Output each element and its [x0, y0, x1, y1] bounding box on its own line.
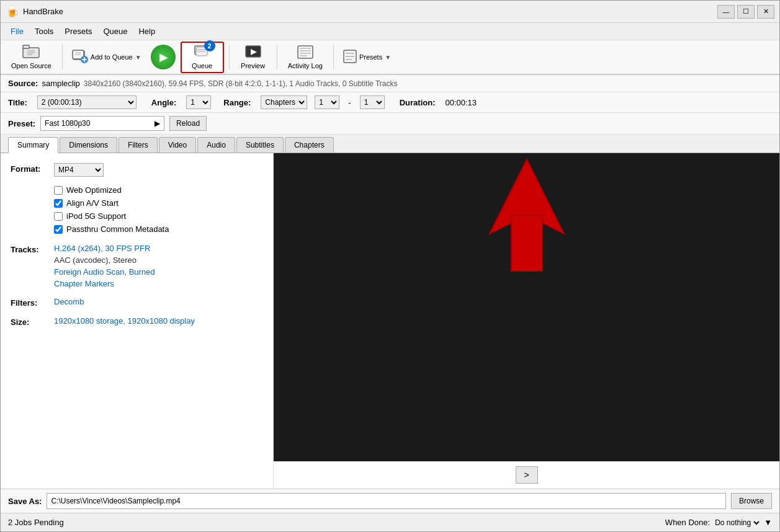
tab-audio[interactable]: Audio — [197, 137, 235, 153]
reload-button[interactable]: Reload — [169, 116, 207, 131]
app-title: HandBrake — [23, 7, 63, 16]
queue-button[interactable]: 2 Queue — [181, 42, 224, 73]
preset-value: Fast 1080p30 — [45, 119, 90, 128]
options-group: Web Optimized Align A/V Start iPod 5G Su… — [54, 185, 263, 234]
presets-button[interactable]: Presets ▼ — [339, 47, 395, 68]
add-to-queue-button[interactable]: Add to Queue ▼ — [68, 47, 146, 68]
track-chapters[interactable]: Chapter Markers — [54, 279, 263, 288]
source-label: Source: — [8, 79, 38, 88]
tab-video[interactable]: Video — [159, 137, 196, 153]
app-icon: 🍺 — [6, 5, 19, 19]
passthru-metadata-checkbox[interactable]: Passthru Common Metadata — [54, 224, 263, 234]
duration-value: 00:00:13 — [445, 98, 477, 107]
filters-row: Filters: Decomb — [11, 297, 263, 308]
tab-chapters[interactable]: Chapters — [285, 137, 334, 153]
source-bar: Source: sampleclip 3840x2160 (3840x2160)… — [1, 75, 779, 92]
red-arrow-overlay — [465, 153, 589, 279]
format-field: MP4 MKV — [54, 163, 263, 177]
range-start-select[interactable]: 1 — [315, 95, 339, 109]
preset-select[interactable]: Fast 1080p30 ▶ — [40, 116, 164, 131]
title-select[interactable]: 2 (00:00:13) — [37, 95, 137, 109]
tab-filters[interactable]: Filters — [119, 137, 158, 153]
tracks-list: H.264 (x264), 30 FPS PFR AAC (avcodec), … — [54, 244, 263, 288]
maximize-button[interactable]: ☐ — [737, 5, 755, 19]
save-as-label: Save As: — [8, 497, 42, 506]
preset-label: Preset: — [8, 119, 35, 128]
filters-label: Filters: — [11, 297, 54, 308]
summary-panel: Format: MP4 MKV Web Optimized Align A/V — [1, 153, 274, 489]
format-label: Format: — [11, 163, 54, 174]
svg-rect-18 — [298, 46, 313, 58]
presets-dropdown[interactable]: ▼ — [385, 54, 391, 61]
separator-3 — [277, 45, 277, 69]
preset-arrow: ▶ — [155, 119, 160, 128]
menu-help[interactable]: Help — [133, 25, 160, 38]
app-window: 🍺 HandBrake — ☐ ✕ File Tools Presets Que… — [0, 0, 780, 532]
align-av-label: Align A/V Start — [66, 198, 119, 208]
filters-value: Decomb — [54, 297, 263, 306]
passthru-metadata-label: Passthru Common Metadata — [66, 224, 169, 234]
when-done-arrow: ▼ — [764, 518, 772, 527]
web-optimized-input[interactable] — [54, 186, 63, 195]
tracks-label: Tracks: — [11, 244, 54, 254]
when-done-select[interactable]: Do nothing Sleep Shutdown — [712, 518, 761, 528]
web-optimized-checkbox[interactable]: Web Optimized — [54, 185, 263, 195]
menu-tools[interactable]: Tools — [30, 25, 58, 38]
preview-button[interactable]: Preview — [235, 42, 272, 73]
minimize-button[interactable]: — — [717, 5, 735, 19]
ipod-support-checkbox[interactable]: iPod 5G Support — [54, 211, 263, 221]
preview-next-button[interactable]: > — [516, 466, 538, 484]
add-to-queue-label: Add to Queue — [91, 53, 133, 61]
size-text: 1920x1080 storage, 1920x1080 display — [54, 316, 195, 326]
menu-bar: File Tools Presets Queue Help — [1, 23, 779, 40]
browse-button[interactable]: Browse — [731, 493, 772, 509]
title-bar-left: 🍺 HandBrake — [6, 5, 63, 19]
angle-select[interactable]: 1 — [186, 95, 211, 109]
filter-decomb[interactable]: Decomb — [54, 297, 84, 306]
menu-presets[interactable]: Presets — [60, 25, 97, 38]
title-bar-controls: — ☐ ✕ — [717, 5, 774, 19]
web-optimized-label: Web Optimized — [66, 185, 122, 195]
presets-label: Presets — [359, 53, 382, 61]
activity-log-button[interactable]: Activity Log — [282, 42, 328, 73]
tab-subtitles[interactable]: Subtitles — [236, 137, 284, 153]
tab-bar: Summary Dimensions Filters Video Audio S… — [1, 135, 779, 153]
format-select[interactable]: MP4 MKV — [54, 163, 104, 177]
add-queue-dropdown[interactable]: ▼ — [135, 54, 141, 61]
range-label: Range: — [223, 98, 251, 107]
when-done-label: When Done: — [665, 518, 710, 527]
close-button[interactable]: ✕ — [757, 5, 774, 19]
menu-queue[interactable]: Queue — [98, 25, 132, 38]
add-queue-icon — [72, 50, 88, 65]
start-queue-button[interactable]: ▶ — [151, 45, 176, 69]
svg-rect-28 — [511, 215, 542, 271]
tracks-row: Tracks: H.264 (x264), 30 FPS PFR AAC (av… — [11, 244, 263, 288]
align-av-input[interactable] — [54, 199, 63, 208]
preset-row: Preset: Fast 1080p30 ▶ Reload Save — [1, 113, 779, 135]
passthru-metadata-input[interactable] — [54, 225, 63, 234]
ipod-support-input[interactable] — [54, 212, 63, 221]
tab-dimensions[interactable]: Dimensions — [60, 137, 117, 153]
when-done-group: When Done: Do nothing Sleep Shutdown ▼ — [665, 518, 772, 528]
source-info: 3840x2160 (3840x2160), 59.94 FPS, SDR (8… — [84, 79, 398, 88]
svg-marker-27 — [490, 159, 564, 234]
open-source-button[interactable]: Open Source — [6, 42, 57, 73]
queue-btn-inner: 2 — [194, 45, 210, 61]
align-av-checkbox[interactable]: Align A/V Start — [54, 198, 263, 208]
queue-label: Queue — [192, 62, 212, 69]
activity-log-label: Activity Log — [288, 62, 323, 69]
content-area: Format: MP4 MKV Web Optimized Align A/V — [1, 153, 779, 489]
preview-label: Preview — [241, 62, 265, 69]
range-type-select[interactable]: Chapters — [261, 95, 307, 109]
size-row: Size: 1920x1080 storage, 1920x1080 displ… — [11, 316, 263, 327]
tab-summary[interactable]: Summary — [8, 137, 58, 153]
track-audio: AAC (avcodec), Stereo — [54, 255, 263, 265]
preview-area: Preview 1 of 10 > — [274, 153, 779, 489]
source-filename: sampleclip — [42, 79, 79, 88]
save-path-input[interactable] — [47, 493, 726, 509]
range-end-select[interactable]: 1 — [360, 95, 385, 109]
track-subtitle[interactable]: Foreign Audio Scan, Burned — [54, 267, 263, 277]
track-video[interactable]: H.264 (x264), 30 FPS PFR — [54, 244, 263, 253]
menu-file[interactable]: File — [6, 25, 29, 38]
size-label: Size: — [11, 316, 54, 327]
